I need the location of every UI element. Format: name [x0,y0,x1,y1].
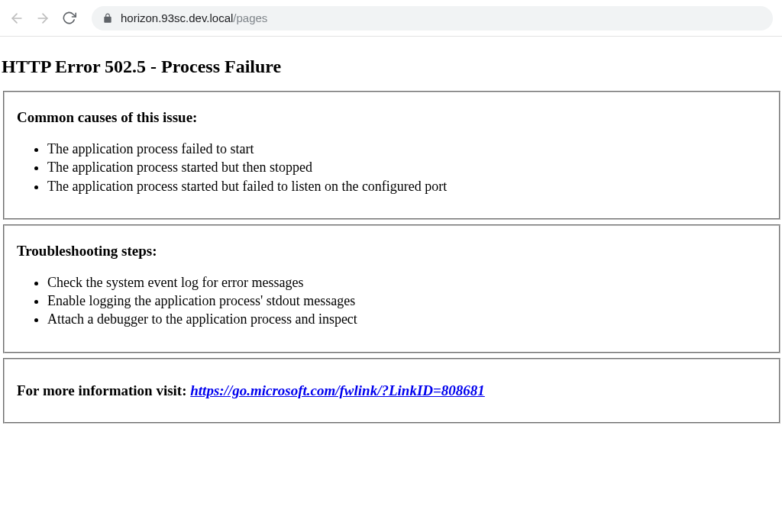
more-info-link[interactable]: https://go.microsoft.com/fwlink/?LinkID=… [190,382,485,398]
url-text: horizon.93sc.dev.local/pages [121,11,267,24]
list-item: The application process started but fail… [47,177,771,195]
causes-section: Common causes of this issue: The applica… [3,91,780,220]
more-info-line: For more information visit: https://go.m… [17,382,771,399]
page-title: HTTP Error 502.5 - Process Failure [2,56,782,77]
lock-icon [102,13,113,24]
back-icon[interactable] [9,11,24,26]
causes-list: The application process failed to start … [17,140,771,195]
address-bar[interactable]: horizon.93sc.dev.local/pages [92,6,773,31]
forward-icon[interactable] [35,11,50,26]
url-path: /pages [233,11,267,24]
list-item: The application process failed to start [47,140,771,158]
url-host: horizon.93sc.dev.local [121,11,233,24]
page-content: HTTP Error 502.5 - Process Failure Commo… [0,37,782,424]
more-info-prefix: For more information visit: [17,382,190,398]
troubleshooting-section: Troubleshooting steps: Check the system … [3,224,780,353]
causes-heading: Common causes of this issue: [17,109,771,126]
list-item: Enable logging the application process' … [47,292,771,310]
reload-icon[interactable] [61,11,76,26]
list-item: The application process started but then… [47,158,771,176]
more-info-section: For more information visit: https://go.m… [3,358,780,424]
troubleshooting-heading: Troubleshooting steps: [17,243,771,260]
browser-toolbar: horizon.93sc.dev.local/pages [0,0,782,37]
list-item: Check the system event log for error mes… [47,273,771,292]
list-item: Attach a debugger to the application pro… [47,310,771,328]
troubleshooting-list: Check the system event log for error mes… [17,273,771,329]
